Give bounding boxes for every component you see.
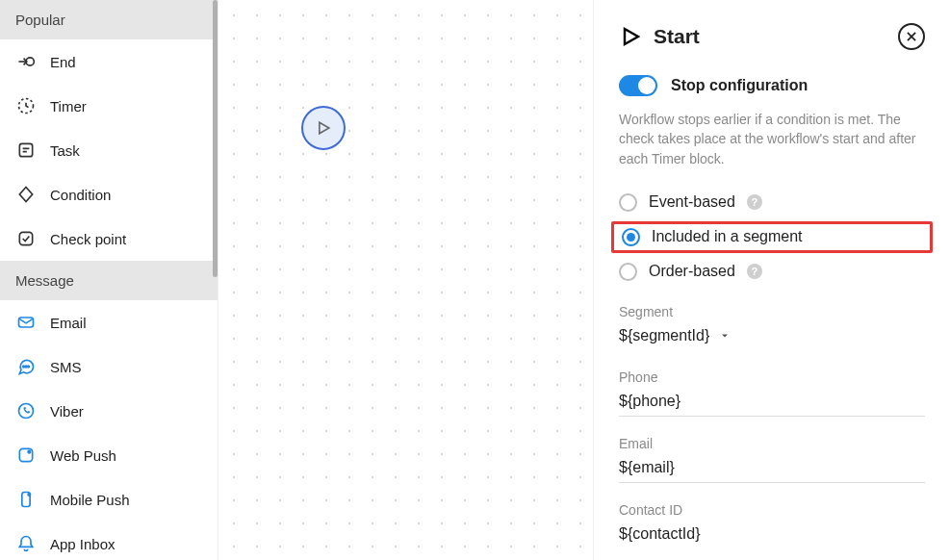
sidebar-item-label: Timer [50, 98, 87, 115]
panel-header: Start [619, 23, 925, 50]
radio-label: Order-based [649, 263, 735, 280]
condition-radio-group: Event-based ? Included in a segment Orde… [619, 191, 925, 283]
sidebar-item-label: Email [50, 315, 87, 331]
stop-config-label: Stop configuration [671, 77, 808, 94]
sidebar-item-email[interactable]: Email [0, 300, 218, 344]
svg-point-7 [28, 366, 30, 368]
appinbox-icon [15, 533, 37, 554]
email-input[interactable]: ${email} [619, 457, 925, 483]
sidebar-group-message: Message [0, 261, 218, 300]
sidebar-item-timer[interactable]: Timer [0, 84, 218, 128]
field-label: Contact ID [619, 502, 925, 518]
end-icon [15, 51, 37, 72]
panel-title-wrap: Start [619, 25, 700, 48]
toggle-knob [638, 77, 655, 94]
play-icon [314, 118, 333, 138]
sidebar-item-end[interactable]: End [0, 39, 218, 84]
sidebar-group-popular: Popular [0, 0, 218, 39]
field-label: Email [619, 436, 925, 451]
sidebar-item-viber[interactable]: Viber [0, 389, 218, 433]
sidebar-item-label: Task [50, 142, 80, 159]
workflow-canvas[interactable] [218, 0, 594, 560]
radio-label: Included in a segment [652, 228, 803, 245]
canvas-start-node[interactable] [301, 106, 346, 150]
sidebar-item-label: Mobile Push [50, 492, 130, 508]
sidebar-item-label: Check point [50, 231, 126, 247]
stop-config-description: Workflow stops earlier if a condition is… [619, 110, 925, 168]
field-label: Segment [619, 304, 925, 319]
sidebar-item-label: App Inbox [50, 536, 116, 552]
details-panel: Start Stop configuration Workflow stops … [594, 0, 950, 560]
sidebar-item-sms[interactable]: SMS [0, 344, 218, 389]
sidebar-item-checkpoint[interactable]: Check point [0, 216, 218, 261]
sidebar-item-label: Web Push [50, 447, 116, 464]
sidebar-item-label: Viber [50, 403, 84, 420]
segment-select[interactable]: ${segmentId} [619, 325, 925, 350]
close-button[interactable] [898, 23, 925, 50]
svg-point-12 [27, 493, 31, 496]
sidebar-item-mobilepush[interactable]: Mobile Push [0, 477, 218, 522]
field-label: Phone [619, 369, 925, 385]
timer-icon [15, 95, 37, 116]
select-value: ${segmentId} [619, 327, 709, 344]
stop-config-row: Stop configuration [619, 75, 925, 96]
task-icon [15, 140, 37, 161]
contact-id-input[interactable]: ${contactId} [619, 523, 925, 548]
svg-rect-2 [19, 143, 32, 156]
sidebar-item-label: Condition [50, 187, 111, 203]
sidebar-item-webpush[interactable]: Web Push [0, 433, 218, 477]
sms-icon [15, 356, 37, 377]
app-root: Popular End Timer Task Condition [0, 0, 950, 560]
sidebar: Popular End Timer Task Condition [0, 0, 218, 560]
svg-point-10 [27, 450, 31, 454]
help-icon[interactable]: ? [747, 194, 762, 210]
sidebar-item-condition[interactable]: Condition [0, 172, 218, 216]
radio-indicator [622, 228, 640, 246]
radio-indicator [619, 263, 637, 281]
radio-order-based[interactable]: Order-based ? [619, 261, 925, 283]
stop-config-toggle[interactable] [619, 75, 657, 96]
chevron-down-icon [719, 330, 731, 342]
sidebar-item-label: End [50, 54, 76, 70]
close-icon [905, 30, 918, 43]
field-segment: Segment ${segmentId} [619, 304, 925, 350]
svg-point-5 [23, 366, 25, 368]
field-phone: Phone ${phone} [619, 369, 925, 417]
phone-input[interactable]: ${phone} [619, 391, 925, 417]
help-icon[interactable]: ? [747, 264, 762, 279]
condition-icon [15, 184, 37, 205]
radio-event-based[interactable]: Event-based ? [619, 191, 925, 214]
radio-included-in-segment[interactable]: Included in a segment [611, 221, 933, 253]
svg-point-6 [25, 366, 27, 368]
sidebar-item-label: SMS [50, 359, 82, 375]
radio-indicator [619, 193, 637, 212]
sidebar-item-appinbox[interactable]: App Inbox [0, 522, 218, 560]
sidebar-item-task[interactable]: Task [0, 128, 218, 172]
viber-icon [15, 400, 37, 421]
field-contact-id: Contact ID ${contactId} [619, 502, 925, 548]
field-email: Email ${email} [619, 436, 925, 483]
webpush-icon [15, 445, 37, 466]
panel-title: Start [654, 25, 700, 48]
email-icon [15, 312, 37, 333]
svg-rect-3 [19, 232, 32, 244]
mobilepush-icon [15, 489, 37, 510]
start-icon [619, 25, 642, 48]
radio-label: Event-based [649, 193, 735, 211]
checkpoint-icon [15, 228, 37, 249]
